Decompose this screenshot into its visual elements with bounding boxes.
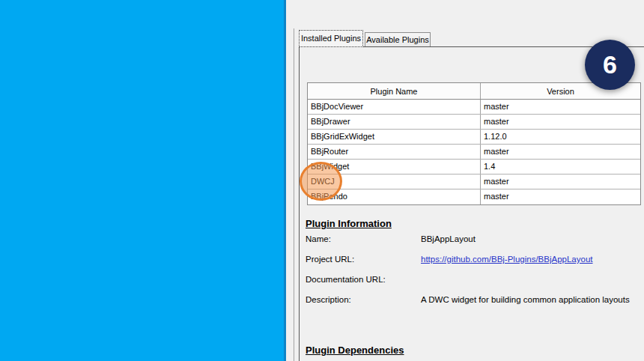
table-row[interactable]: BBjGridExWidget1.12.0	[308, 130, 640, 145]
info-field-row: Project URL:https://github.com/BBj-Plugi…	[306, 255, 641, 275]
table-row[interactable]: BBjDocViewermaster	[308, 100, 640, 115]
plugin-table-body: BBjDocViewermasterBBjDrawermasterBBjGrid…	[308, 100, 640, 204]
info-field-value: A DWC widget for building common applica…	[421, 295, 641, 315]
tab-installed-plugins[interactable]: Installed Plugins	[299, 30, 363, 47]
project-url-link[interactable]: https://github.com/BBj-Plugins/BBjAppLay…	[421, 255, 641, 275]
cell-version: 1.12.0	[481, 130, 640, 144]
cell-version: master	[481, 175, 640, 189]
cell-version: master	[481, 145, 640, 159]
info-field-row: Name:BBjAppLayout	[306, 234, 641, 255]
cell-plugin-name: BBjGridExWidget	[308, 130, 481, 144]
screen: Installed Plugins Available Plugins Plug…	[0, 0, 644, 361]
info-field-label: Name:	[306, 234, 421, 255]
info-field-row: Description:A DWC widget for building co…	[306, 295, 641, 315]
window-edge-divider	[294, 28, 294, 361]
tab-available-plugins[interactable]: Available Plugins	[365, 32, 431, 46]
table-row[interactable]: BBjPendomaster	[308, 189, 640, 204]
cell-plugin-name: BBjDocViewer	[308, 100, 481, 114]
info-field-row: Documentation URL:	[306, 275, 641, 295]
plugins-table-header: Plugin Name Version	[308, 83, 640, 100]
table-row[interactable]: DWCJmaster	[308, 175, 640, 189]
plugins-table: Plugin Name Version BBjDocViewermasterBB…	[307, 82, 641, 205]
step-badge-number: 6	[603, 50, 617, 79]
table-row[interactable]: BBjDrawermaster	[308, 115, 640, 130]
plugin-dependencies-heading: Plugin Dependencies	[306, 345, 404, 356]
cell-plugin-name: BBjRouter	[308, 145, 481, 159]
tab-installed-plugins-label: Installed Plugins	[301, 34, 361, 43]
desktop-background	[0, 0, 286, 361]
plugin-info-fields: Name:BBjAppLayoutProject URL:https://git…	[306, 234, 641, 315]
cell-version: master	[481, 100, 640, 114]
info-field-value: BBjAppLayout	[421, 234, 641, 255]
info-field-label: Documentation URL:	[306, 275, 421, 295]
info-field-label: Project URL:	[306, 255, 421, 275]
cell-plugin-name: BBjDrawer	[308, 115, 481, 129]
cell-version: master	[481, 115, 640, 129]
plugin-information-heading: Plugin Information	[306, 218, 392, 229]
highlight-circle-annotation	[300, 162, 342, 201]
step-badge: 6	[585, 40, 635, 90]
tab-available-plugins-label: Available Plugins	[366, 35, 429, 44]
info-field-label: Description:	[306, 295, 421, 315]
table-row[interactable]: BBjRoutermaster	[308, 145, 640, 160]
cell-version: master	[481, 189, 640, 204]
table-row[interactable]: BBjWidget1.4	[308, 160, 640, 175]
info-field-value	[421, 275, 641, 295]
column-header-plugin-name[interactable]: Plugin Name	[308, 83, 481, 99]
cell-version: 1.4	[481, 160, 640, 174]
